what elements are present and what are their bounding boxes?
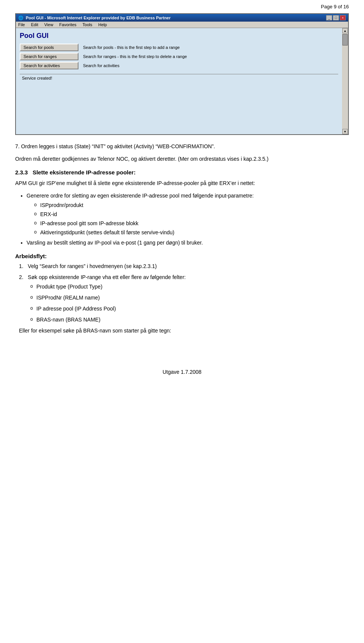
sub-bullet-4: Aktiveringstidpunkt (settes default til … [34, 229, 349, 237]
menu-view[interactable]: View [44, 22, 53, 27]
search-for-activities-button[interactable]: Search for activities [20, 62, 78, 69]
browser-inner: Pool GUI Search for pools Search for poo… [16, 28, 348, 134]
minimize-button[interactable]: _ [326, 15, 332, 20]
scroll-down-arrow[interactable]: ▼ [342, 129, 348, 134]
menu-favorites[interactable]: Favorites [59, 22, 76, 27]
title-buttons: _ □ × [326, 15, 346, 20]
search-for-ranges-button[interactable]: Search for ranges [20, 53, 78, 60]
browser-content: Pool GUI Search for pools Search for poo… [16, 28, 342, 134]
browser-titlebar: 🌐 Pool GUI - Microsoft Internet Explorer… [16, 14, 348, 22]
ranges-description: Search for ranges - this is the first st… [83, 54, 187, 59]
status-bar: Service created! [20, 74, 338, 82]
app-title: Pool GUI [20, 32, 338, 40]
pools-description: Search for pools - this is the first ste… [83, 45, 180, 50]
step7-text: Ordren legges i status (State) “INIT” og… [21, 143, 215, 149]
step1-number: 1. [19, 263, 24, 269]
step2-sub-4: BRAS-navn (BRAS NAME) [30, 316, 349, 324]
main-content: 7. Ordren legges i status (State) “INIT”… [0, 135, 364, 346]
menu-tools[interactable]: Tools [83, 22, 93, 27]
step2-sub-1: Produkt type (Product Type) [30, 283, 349, 291]
browser-icon: 🌐 [18, 16, 24, 20]
menu-edit[interactable]: Edit [31, 22, 38, 27]
sub-bullet-1: ISPprodnr/produkt [34, 201, 349, 209]
step2-sub-2: ISPProdNr (REALM name) [30, 294, 349, 302]
step7b-text: Ordren må deretter godkjennes av Telenor… [15, 156, 268, 162]
intro-paragraph: APM GUI gir ISP’ene mulighet til å slett… [15, 179, 349, 187]
menu-help[interactable]: Help [98, 22, 107, 27]
button-row-2: Search for ranges Search for ranges - th… [20, 53, 338, 60]
button-row-3: Search for activities Search for activit… [20, 62, 338, 69]
section-heading: 2.3.3 Slette eksisterende IP-adresse poo… [15, 169, 349, 176]
step-2: 2. Søk opp eksisterende IP-range vha ett… [19, 273, 349, 335]
step1-text: Velg “Search for ranges” i hovedmenyen (… [28, 263, 157, 269]
step7-paragraph: 7. Ordren legges i status (State) “INIT”… [15, 143, 349, 151]
sub-bullet-2: ERX-id [34, 210, 349, 218]
search-for-pools-button[interactable]: Search for pools [20, 44, 78, 51]
step2-sub-list: Produkt type (Product Type) ISPProdNr (R… [30, 283, 349, 324]
button-row-1: Search for pools Search for pools - this… [20, 44, 338, 51]
step-1: 1. Velg “Search for ranges” i hovedmenye… [19, 262, 349, 270]
page-header: Page 9 of 16 [0, 0, 364, 13]
main-bullet-list: Generere ordre for sletting av egen eksi… [27, 192, 349, 247]
footer-text: Utgave 1.7.2008 [163, 369, 202, 375]
browser-window: 🌐 Pool GUI - Microsoft Internet Explorer… [0, 13, 364, 135]
bullet2-text: Varsling av bestilt sletting av IP-pool … [27, 240, 203, 246]
step7b-paragraph: Ordren må deretter godkjennes av Telenor… [15, 155, 349, 163]
browser-title: Pool GUI - Microsoft Internet Explorer p… [26, 16, 171, 20]
browser-main: Pool GUI Search for pools Search for poo… [16, 28, 342, 134]
bullet-item-1: Generere ordre for sletting av egen eksi… [27, 192, 349, 237]
page-number: Page 9 of 16 [321, 4, 349, 9]
step2-sub-3: IP adresse pool (IP Address Pool) [30, 305, 349, 313]
close-button[interactable]: × [340, 15, 346, 20]
browser-menubar: File Edit View Favorites Tools Help [16, 22, 348, 28]
step7-number: 7. [15, 143, 20, 149]
numbered-list: 1. Velg “Search for ranges” i hovedmenye… [19, 262, 349, 335]
scrollbar[interactable]: ▲ ▼ [342, 28, 348, 134]
section-title: Slette eksisterende IP-adresse pooler: [33, 169, 136, 176]
step2-number: 2. [19, 274, 24, 280]
page-footer: Utgave 1.7.2008 [0, 361, 364, 383]
restore-button[interactable]: □ [333, 15, 339, 20]
sub-bullet-list: ISPprodnr/produkt ERX-id IP-adresse pool… [34, 201, 349, 237]
step2-extra: Eller for eksempel søke på BRAS-navn som… [19, 327, 349, 335]
scroll-up-arrow[interactable]: ▲ [342, 28, 348, 33]
activities-description: Search for activities [83, 63, 119, 68]
arbeidsflyt-title: Arbeidsflyt: [15, 253, 349, 259]
menu-file[interactable]: File [18, 22, 25, 27]
intro-text: APM GUI gir ISP’ene mulighet til å slett… [15, 180, 255, 186]
bullet1-text: Generere ordre for sletting av egen eksi… [27, 193, 254, 199]
step2-text: Søk opp eksisterende IP-range vha ett el… [28, 274, 185, 280]
scrollbar-thumb[interactable] [342, 34, 348, 45]
sub-bullet-3: IP-adresse pool gitt som IP-adresse blok… [34, 220, 349, 227]
section-number: 2.3.3 [15, 169, 28, 176]
bullet-item-2: Varsling av bestilt sletting av IP-pool … [27, 239, 349, 247]
status-text: Service created! [22, 76, 52, 80]
